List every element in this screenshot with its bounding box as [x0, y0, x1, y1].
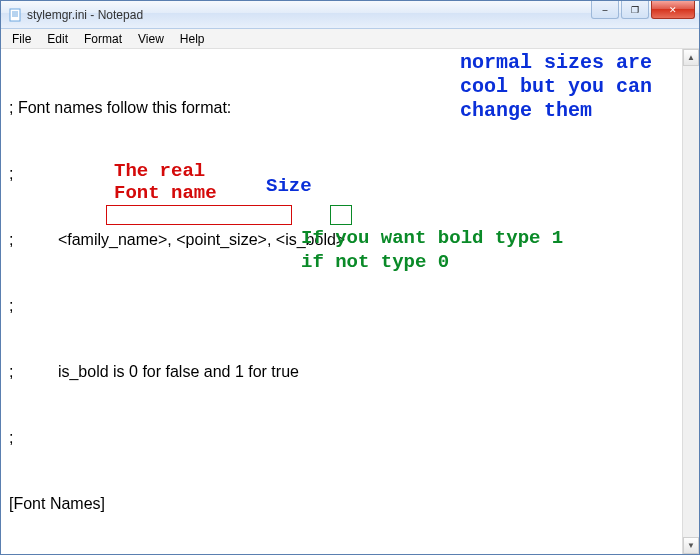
annotation-bold-note: If you want bold type 1 if not type 0: [301, 226, 563, 274]
scroll-up-button[interactable]: ▲: [683, 49, 699, 66]
menu-file[interactable]: File: [5, 30, 38, 48]
menu-view[interactable]: View: [131, 30, 171, 48]
menu-edit[interactable]: Edit: [40, 30, 75, 48]
window-title: stylemgr.ini - Notepad: [27, 8, 143, 22]
window-controls: – ❐ ✕: [591, 1, 695, 19]
highlight-box-fontname: [106, 205, 292, 225]
annotation-sizes-note: normal sizes are cool but you can change…: [460, 51, 690, 123]
titlebar[interactable]: stylemgr.ini - Notepad – ❐ ✕: [1, 1, 699, 29]
annotation-size-label: Size: [266, 175, 312, 197]
text-line: ;: [9, 295, 691, 317]
annotation-font-name-label: The real Font name: [114, 160, 217, 204]
text-line: [Font Names]: [9, 493, 691, 515]
scroll-down-button[interactable]: ▼: [683, 537, 699, 554]
svg-rect-0: [10, 9, 20, 21]
notepad-window: stylemgr.ini - Notepad – ❐ ✕ File Edit F…: [0, 0, 700, 555]
maximize-button[interactable]: ❐: [621, 1, 649, 19]
notepad-icon: [7, 7, 23, 23]
menubar: File Edit Format View Help: [1, 29, 699, 49]
vertical-scrollbar[interactable]: ▲ ▼: [682, 49, 699, 554]
editor-content[interactable]: ; Font names follow this format: ; ; <fa…: [1, 49, 699, 554]
text-line: ;: [9, 427, 691, 449]
highlight-box-bold: [330, 205, 352, 225]
scroll-track[interactable]: [683, 66, 699, 537]
close-icon: ✕: [669, 5, 677, 15]
minimize-icon: –: [602, 5, 607, 15]
text-line: ; is_bold is 0 for false and 1 for true: [9, 361, 691, 383]
close-button[interactable]: ✕: [651, 1, 695, 19]
maximize-icon: ❐: [631, 5, 639, 15]
menu-help[interactable]: Help: [173, 30, 212, 48]
text-line: ;: [9, 163, 691, 185]
menu-format[interactable]: Format: [77, 30, 129, 48]
minimize-button[interactable]: –: [591, 1, 619, 19]
